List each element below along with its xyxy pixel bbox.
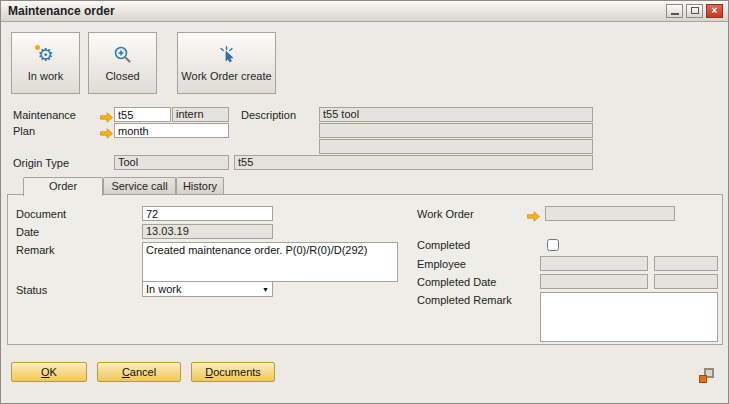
origin-ref-field: t55 xyxy=(234,155,593,170)
closed-button[interactable]: Closed xyxy=(88,32,157,94)
maintenance-kind-field: intern xyxy=(172,107,229,122)
completed-date-label: Completed Date xyxy=(417,276,497,288)
ok-button-label: OK xyxy=(12,366,86,378)
document-input[interactable] xyxy=(142,206,273,221)
resize-grip-icon[interactable] xyxy=(699,368,714,383)
tab-history[interactable]: History xyxy=(176,177,224,194)
closed-button-label: Closed xyxy=(105,70,139,82)
completed-remark-textarea[interactable] xyxy=(540,292,718,342)
remark-label: Remark xyxy=(16,244,55,256)
completed-date-field xyxy=(540,274,648,289)
status-label: Status xyxy=(16,284,47,296)
work-order-create-button[interactable]: Work Order create xyxy=(177,32,276,94)
work-order-field xyxy=(545,206,675,221)
status-value: In work xyxy=(146,283,181,296)
work-order-create-button-label: Work Order create xyxy=(181,70,271,82)
plan-label: Plan xyxy=(13,125,35,137)
date-field: 13.03.19 xyxy=(142,224,273,239)
minimize-icon xyxy=(671,13,679,15)
completed-time-field xyxy=(654,274,718,289)
window-title: Maintenance order xyxy=(1,4,115,18)
description-field: t55 tool xyxy=(319,107,593,122)
close-button[interactable]: × xyxy=(706,4,723,18)
remark-textarea[interactable]: Created maintenance order. P(0)/R(0)/D(2… xyxy=(142,242,398,282)
order-tab-panel: Document Date 13.03.19 Remark Created ma… xyxy=(7,194,723,345)
cancel-button-label: Cancel xyxy=(98,366,180,378)
origin-type-label: Origin Type xyxy=(13,157,69,169)
maintenance-code-input[interactable] xyxy=(114,107,171,122)
document-label: Document xyxy=(16,208,66,220)
plan-input[interactable] xyxy=(114,123,229,138)
link-arrow-icon[interactable] xyxy=(100,109,113,120)
work-order-label: Work Order xyxy=(417,208,474,220)
employee-name-field xyxy=(654,256,718,271)
pointer-click-icon xyxy=(216,44,238,66)
origin-type-field: Tool xyxy=(114,155,229,170)
link-arrow-icon[interactable] xyxy=(527,208,540,219)
description-extra-field-2 xyxy=(319,139,593,154)
maintenance-label: Maintenance xyxy=(13,109,76,121)
date-label: Date xyxy=(16,226,39,238)
tab-order[interactable]: Order xyxy=(23,177,103,196)
ok-button[interactable]: OK xyxy=(11,362,87,382)
documents-button[interactable]: Documents xyxy=(191,362,275,382)
maintenance-order-window: Maintenance order × ⚙ In work Closed xyxy=(0,0,729,404)
in-work-button[interactable]: ⚙ In work xyxy=(11,32,80,94)
completed-remark-label: Completed Remark xyxy=(417,294,512,306)
documents-button-label: Documents xyxy=(192,366,274,378)
titlebar[interactable]: Maintenance order × xyxy=(1,1,728,22)
completed-label: Completed xyxy=(417,239,470,251)
employee-label: Employee xyxy=(417,258,466,270)
titlebar-buttons: × xyxy=(666,4,723,18)
close-icon: × xyxy=(712,5,718,16)
dropdown-arrow-icon: ▼ xyxy=(260,283,269,296)
zoom-in-icon xyxy=(112,44,134,66)
employee-code-field xyxy=(540,256,648,271)
gear-icon: ⚙ xyxy=(35,44,57,66)
description-label: Description xyxy=(241,109,296,121)
maximize-button[interactable] xyxy=(686,4,703,18)
cancel-button[interactable]: Cancel xyxy=(97,362,181,382)
status-select[interactable]: In work ▼ xyxy=(142,281,273,297)
minimize-button[interactable] xyxy=(666,4,683,18)
completed-checkbox[interactable] xyxy=(547,239,559,251)
description-extra-field-1 xyxy=(319,123,593,138)
link-arrow-icon[interactable] xyxy=(100,125,113,136)
maximize-icon xyxy=(691,7,699,14)
in-work-button-label: In work xyxy=(28,70,63,82)
tab-service-call[interactable]: Service call xyxy=(103,177,176,194)
